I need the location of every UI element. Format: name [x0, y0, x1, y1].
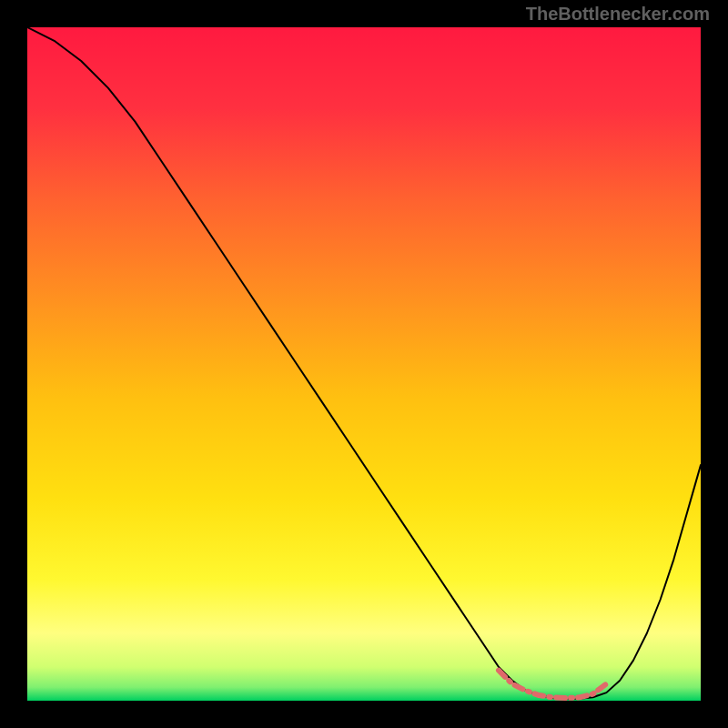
- chart-plot-area: [27, 27, 701, 701]
- watermark-text: TheBottlenecker.com: [526, 4, 710, 25]
- chart-background: [27, 27, 701, 701]
- bottleneck-chart: [27, 27, 701, 701]
